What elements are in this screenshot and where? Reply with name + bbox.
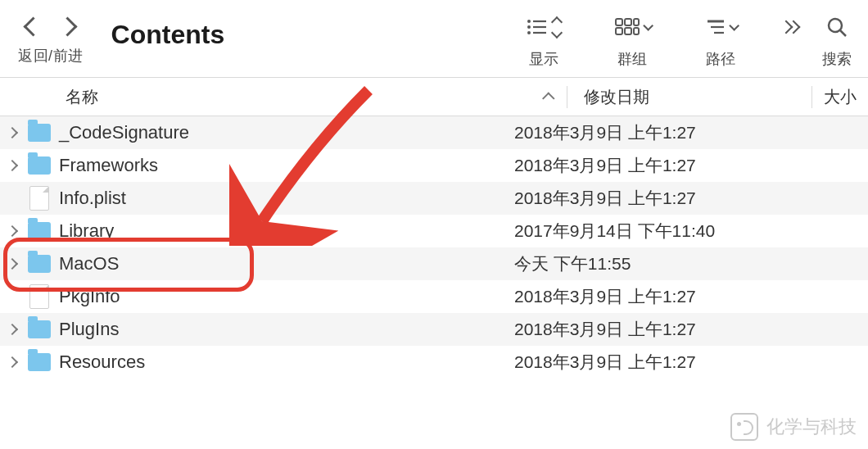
- file-modified: 2018年3月9日 上午1:27: [498, 187, 868, 210]
- watermark: 化学与科技: [730, 413, 857, 441]
- more-label: [787, 49, 791, 66]
- window-title: Contents: [111, 20, 225, 50]
- chevron-right-icon: [7, 258, 18, 270]
- svg-rect-6: [616, 19, 622, 25]
- svg-rect-7: [625, 19, 631, 25]
- disclosure-triangle[interactable]: [0, 358, 25, 366]
- updown-icon: [553, 18, 561, 37]
- table-row[interactable]: Info.plist2018年3月9日 上午1:27: [0, 182, 868, 215]
- disclosure-triangle[interactable]: [0, 325, 25, 333]
- chevron-left-icon: [24, 16, 43, 36]
- file-modified: 今天 下午11:55: [498, 252, 868, 275]
- nav-label: 返回/前进: [18, 46, 84, 66]
- table-row[interactable]: PlugIns2018年3月9日 上午1:27: [0, 313, 868, 346]
- forward-button[interactable]: [57, 15, 79, 38]
- table-row[interactable]: Library2017年9月14日 下午11:40: [0, 215, 868, 247]
- svg-rect-9: [616, 28, 622, 34]
- svg-point-2: [527, 25, 531, 29]
- group-icon: [615, 18, 640, 36]
- path-label: 路径: [706, 49, 735, 69]
- disclosure-triangle[interactable]: [0, 161, 25, 170]
- disclosure-triangle[interactable]: [0, 227, 25, 235]
- file-name: PlugIns: [54, 319, 498, 340]
- file-name: Library: [54, 220, 498, 242]
- svg-point-15: [829, 19, 842, 32]
- table-row[interactable]: PkgInfo2018年3月9日 上午1:27: [0, 280, 868, 313]
- chevron-right-icon: [7, 127, 18, 138]
- file-name: MacOS: [54, 253, 498, 274]
- chevron-right-icon: [58, 16, 78, 36]
- folder-icon: [25, 255, 54, 273]
- folder-icon: [25, 353, 54, 371]
- file-modified: 2017年9月14日 下午11:40: [498, 220, 868, 243]
- file-icon: [25, 186, 54, 211]
- folder-icon: [25, 222, 54, 240]
- file-modified: 2018年3月9日 上午1:27: [498, 318, 868, 341]
- column-header-modified[interactable]: 修改日期: [567, 86, 812, 108]
- file-modified: 2018年3月9日 上午1:27: [498, 121, 868, 144]
- file-modified: 2018年3月9日 上午1:27: [498, 285, 868, 308]
- group-button[interactable]: 群组: [588, 15, 676, 69]
- folder-icon: [25, 124, 54, 142]
- file-icon: [25, 284, 54, 309]
- wechat-icon: [730, 413, 758, 441]
- path-icon: [706, 18, 726, 36]
- file-modified: 2018年3月9日 上午1:27: [498, 154, 868, 177]
- group-label: 群组: [617, 49, 647, 69]
- table-row[interactable]: Resources2018年3月9日 上午1:27: [0, 346, 868, 379]
- toolbar: 返回/前进 Contents 显示 群组: [0, 0, 868, 77]
- more-button[interactable]: [765, 15, 814, 66]
- chevron-right-icon: [7, 324, 18, 335]
- svg-rect-10: [625, 28, 631, 34]
- chevron-down-icon: [729, 20, 739, 31]
- file-list: _CodeSignature2018年3月9日 上午1:27Frameworks…: [0, 116, 868, 379]
- table-row[interactable]: _CodeSignature2018年3月9日 上午1:27: [0, 116, 868, 149]
- sort-indicator: [545, 88, 554, 107]
- column-header-name[interactable]: 名称: [0, 86, 567, 108]
- svg-point-0: [527, 20, 531, 23]
- file-name: Info.plist: [54, 188, 498, 209]
- column-header-size[interactable]: 大小: [812, 86, 868, 108]
- back-button[interactable]: [22, 15, 45, 38]
- nav-group: 返回/前进: [18, 15, 84, 66]
- view-label: 显示: [529, 49, 558, 69]
- search-button[interactable]: 搜索: [814, 15, 860, 69]
- chevron-right-icon: [7, 160, 18, 171]
- column-header-row: 名称 修改日期 大小: [0, 77, 868, 116]
- svg-point-4: [527, 31, 531, 34]
- view-mode-button[interactable]: 显示: [500, 15, 588, 69]
- chevron-right-icon: [7, 356, 18, 368]
- folder-icon: [25, 320, 54, 338]
- table-row[interactable]: Frameworks2018年3月9日 上午1:27: [0, 149, 868, 182]
- column-name-label: 名称: [66, 86, 98, 108]
- file-name: Resources: [54, 351, 498, 373]
- watermark-text: 化学与科技: [766, 415, 857, 439]
- search-icon: [826, 16, 848, 38]
- folder-icon: [25, 156, 54, 175]
- chevron-right-icon: [7, 225, 18, 237]
- search-label: 搜索: [822, 49, 852, 69]
- chevron-down-icon: [643, 20, 653, 31]
- chevron-up-icon: [542, 92, 555, 105]
- table-row[interactable]: MacOS今天 下午11:55: [0, 247, 868, 280]
- disclosure-triangle[interactable]: [0, 129, 25, 137]
- svg-line-16: [840, 30, 846, 36]
- disclosure-triangle[interactable]: [0, 260, 25, 268]
- svg-rect-8: [634, 19, 639, 25]
- path-button[interactable]: 路径: [676, 15, 765, 69]
- file-name: PkgInfo: [54, 286, 498, 307]
- file-name: _CodeSignature: [54, 122, 498, 143]
- list-view-icon: [527, 18, 548, 36]
- svg-rect-11: [634, 28, 639, 34]
- file-name: Frameworks: [54, 155, 498, 176]
- file-modified: 2018年3月9日 上午1:27: [498, 351, 868, 374]
